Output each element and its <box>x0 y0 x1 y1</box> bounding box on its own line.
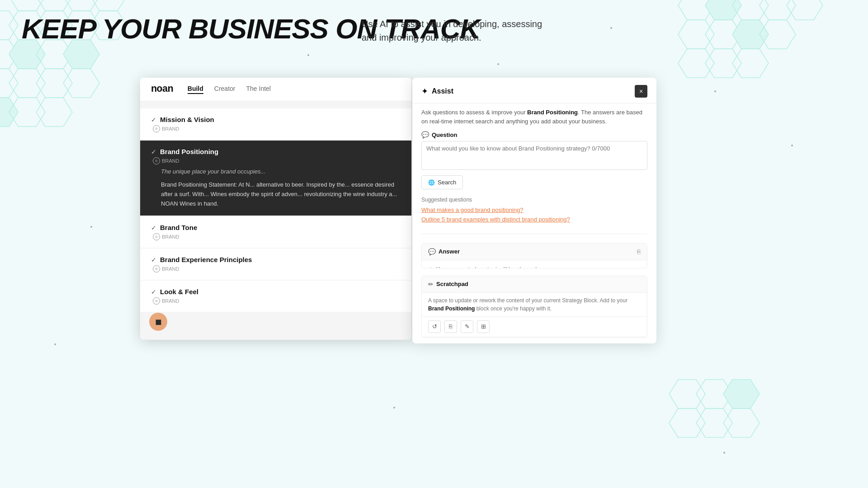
scratchpad-title-row: ✏ Scratchpad <box>428 281 468 288</box>
scratchpad-section: ✏ Scratchpad A space to update or rework… <box>421 276 647 338</box>
answer-placeholder: Your generated content will be shown her… <box>436 266 549 268</box>
brand-label-tone: BRAND <box>162 234 179 239</box>
strategy-item-positioning[interactable]: ✓ Brand Positioning ® BRAND The unique p… <box>140 141 411 216</box>
answer-title-row: 💬 Answer <box>428 248 460 255</box>
check-icon-positioning: ✓ <box>151 148 156 155</box>
strategy-item-look[interactable]: ✓ Look & Feel ® BRAND <box>140 281 411 312</box>
answer-section: 💬 Answer ⎘ ✦ Your generated content will… <box>421 243 647 268</box>
scratchpad-subject: Brand Positioning <box>428 305 475 312</box>
action-btn-add[interactable]: ⊞ <box>477 320 490 333</box>
brand-label-experience: BRAND <box>162 266 179 272</box>
avatar-button[interactable]: ◼ <box>149 313 167 331</box>
strategy-item-tone[interactable]: ✓ Brand Tone ® BRAND <box>140 216 411 248</box>
item-title-mission: Mission & Vision <box>160 116 214 123</box>
check-icon-tone: ✓ <box>151 224 156 231</box>
strategy-item-mission[interactable]: ✓ Mission & Vision ® BRAND <box>140 108 411 140</box>
brand-label-look: BRAND <box>162 298 179 304</box>
item-title-look: Look & Feel <box>160 288 198 296</box>
page-container: KEEP YOUR BUSINESS ON TRACK Use AI to as… <box>0 0 868 488</box>
question-textarea[interactable] <box>421 141 647 170</box>
answer-header: 💬 Answer ⎘ <box>422 244 647 260</box>
brand-label-positioning: BRAND <box>162 158 179 164</box>
scratchpad-title: Scratchpad <box>436 281 468 287</box>
action-btn-edit[interactable]: ✎ <box>461 320 473 333</box>
item-title-tone: Brand Tone <box>160 224 197 231</box>
question-section-title: Question <box>432 131 457 138</box>
close-icon: × <box>639 88 643 95</box>
check-icon: ✓ <box>151 116 156 123</box>
question-section: 💬 Question 🌐 Search <box>421 131 647 189</box>
assist-title-row: ✦ Assist <box>421 86 453 96</box>
avatar-icon: ◼ <box>155 317 162 327</box>
strategy-item-experience[interactable]: ✓ Brand Experience Principles ® BRAND <box>140 249 411 280</box>
scratchpad-tabs: Write Block Preview <box>422 337 647 338</box>
divider-1 <box>421 234 647 234</box>
positioning-description: The unique place your brand occupies... <box>161 168 401 175</box>
assist-body: 💬 Question 🌐 Search Suggested questions … <box>412 126 656 343</box>
positioning-content: Brand Positioning Statement: At N... alt… <box>161 180 401 208</box>
suggested-q-1[interactable]: What makes a good brand positioning? <box>421 206 647 215</box>
brand-label-mission: BRAND <box>162 126 179 131</box>
logo: noan <box>151 84 173 95</box>
scratchpad-actions: ↺ ⎘ ✎ ⊞ <box>422 317 647 337</box>
suggested-label: Suggested questions <box>421 197 647 203</box>
assist-panel: ✦ Assist × Ask questions to assess & imp… <box>412 78 656 343</box>
action-btn-refresh[interactable]: ↺ <box>428 320 441 333</box>
assist-description: Ask questions to assess & improve your B… <box>412 103 656 126</box>
answer-content: ✦ Your generated content will be shown h… <box>422 260 647 268</box>
answer-sparkle-icon: ✦ <box>428 266 434 268</box>
assist-desc-prefix: Ask questions to assess & improve your <box>421 109 527 116</box>
assist-desc-subject: Brand Positioning <box>527 109 578 116</box>
brand-icon-experience: ® <box>153 265 160 272</box>
brand-icon-mission: ® <box>153 125 160 132</box>
close-button[interactable]: × <box>635 85 647 98</box>
answer-icon: 💬 <box>428 248 436 255</box>
brand-badge-tone: ® BRAND <box>153 233 401 240</box>
item-title-positioning: Brand Positioning <box>160 148 218 155</box>
brand-icon-positioning: ® <box>153 157 160 164</box>
suggested-questions: Suggested questions What makes a good br… <box>421 197 647 225</box>
search-button[interactable]: 🌐 Search <box>421 175 463 189</box>
scratchpad-icon: ✏ <box>428 281 434 288</box>
scratchpad-header: ✏ Scratchpad <box>422 276 647 293</box>
brand-badge-look: ® BRAND <box>153 297 401 305</box>
question-icon: 💬 <box>421 131 429 138</box>
action-btn-copy[interactable]: ⎘ <box>444 320 457 333</box>
check-icon-experience: ✓ <box>151 256 156 263</box>
brand-badge-positioning: ® BRAND <box>153 157 401 164</box>
app-window: noan Build Creator The Intel ✓ Mission &… <box>140 78 411 340</box>
answer-section-title: Answer <box>439 248 460 255</box>
brand-badge-experience: ® BRAND <box>153 265 401 272</box>
assist-title: Assist <box>432 87 453 95</box>
brand-icon-tone: ® <box>153 233 160 240</box>
search-icon: 🌐 <box>428 179 435 186</box>
nav-tab-creator[interactable]: Creator <box>214 85 236 94</box>
scratchpad-tab-write[interactable]: Write <box>422 337 451 338</box>
nav-tab-build[interactable]: Build <box>188 85 203 94</box>
brand-icon-look: ® <box>153 297 160 305</box>
check-icon-look: ✓ <box>151 288 156 296</box>
nav-tab-intel[interactable]: The Intel <box>246 85 271 94</box>
assist-sparkle-icon: ✦ <box>421 86 428 96</box>
page-subtitle: Use AI to assist you in developing, asse… <box>362 17 552 44</box>
nav-tabs: Build Creator The Intel <box>188 85 271 94</box>
brand-badge-mission: ® BRAND <box>153 125 401 132</box>
item-title-experience: Brand Experience Principles <box>160 256 252 263</box>
copy-icon[interactable]: ⎘ <box>637 248 641 255</box>
search-button-label: Search <box>438 179 456 186</box>
nav-bar: noan Build Creator The Intel <box>140 78 411 101</box>
suggested-q-2[interactable]: Outline 5 brand examples with distinct b… <box>421 215 647 225</box>
scratchpad-description: A space to update or rework the content … <box>422 293 647 317</box>
assist-header: ✦ Assist × <box>412 78 656 103</box>
content-area: ✓ Mission & Vision ® BRAND ✓ Brand Posit… <box>140 101 411 340</box>
suggested-q-1-text[interactable]: What makes a good brand positioning? <box>421 206 523 213</box>
suggested-q-2-text[interactable]: Outline 5 brand examples with distinct b… <box>421 216 570 223</box>
scratchpad-tab-preview[interactable]: Block Preview <box>451 337 502 338</box>
